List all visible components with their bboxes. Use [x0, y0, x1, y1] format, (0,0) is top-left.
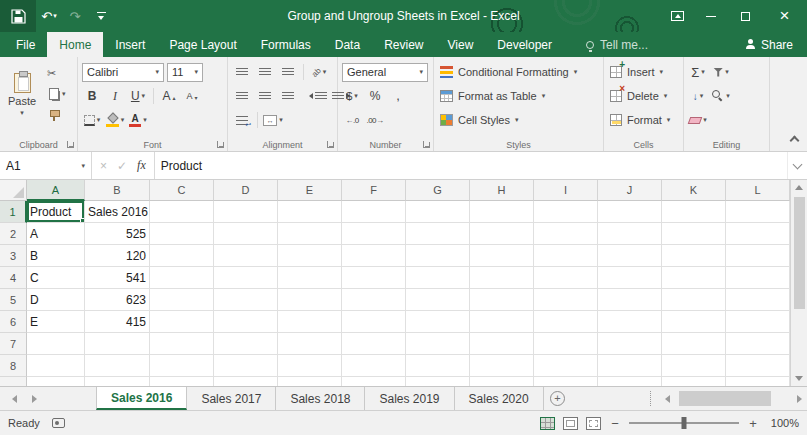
cell-E7[interactable]: [278, 333, 342, 355]
close-button[interactable]: ×: [762, 0, 807, 32]
cell-I5[interactable]: [534, 289, 598, 311]
cell-B1[interactable]: Sales 2016: [85, 201, 150, 223]
align-top-button[interactable]: [232, 62, 252, 82]
tell-me-box[interactable]: Tell me...: [586, 32, 648, 57]
collapse-ribbon-icon[interactable]: [790, 136, 800, 146]
cell-I8[interactable]: [534, 355, 598, 377]
column-header-e[interactable]: E: [278, 180, 342, 201]
format-painter-button[interactable]: [45, 106, 66, 124]
font-size-combo[interactable]: 11: [167, 63, 203, 82]
cell-A7[interactable]: [27, 333, 85, 355]
cell-C4[interactable]: [150, 267, 214, 289]
wrap-text-button[interactable]: [232, 110, 252, 130]
cell-L2[interactable]: [726, 223, 790, 245]
minimize-button[interactable]: [694, 0, 728, 32]
cell-J6[interactable]: [598, 311, 662, 333]
formula-bar-expand-icon[interactable]: [787, 152, 807, 179]
accounting-format-button[interactable]: $: [342, 86, 362, 106]
sheet-tab-sales-2017[interactable]: Sales 2017: [187, 387, 276, 410]
cell-G3[interactable]: [406, 245, 470, 267]
fill-color-button[interactable]: [105, 110, 125, 130]
cell-D8[interactable]: [214, 355, 278, 377]
formula-input[interactable]: Product: [155, 152, 787, 179]
increase-font-size-button[interactable]: A: [159, 86, 179, 106]
cell-F7[interactable]: [342, 333, 406, 355]
scroll-down-button[interactable]: [791, 371, 807, 386]
ribbon-tab-page-layout[interactable]: Page Layout: [157, 32, 248, 57]
conditional-formatting-button[interactable]: Conditional Formatting: [438, 60, 599, 84]
cell-J7[interactable]: [598, 333, 662, 355]
new-sheet-button[interactable]: +: [544, 387, 572, 410]
decrease-font-size-button[interactable]: A: [182, 86, 202, 106]
cell-B2[interactable]: 525: [85, 223, 150, 245]
cell-G8[interactable]: [406, 355, 470, 377]
zoom-out-button[interactable]: −: [609, 416, 621, 431]
borders-button[interactable]: [82, 110, 102, 130]
orientation-button[interactable]: ab: [309, 62, 329, 82]
select-all-button[interactable]: [0, 180, 27, 201]
cell-F2[interactable]: [342, 223, 406, 245]
cell-D3[interactable]: [214, 245, 278, 267]
percent-style-button[interactable]: %: [365, 86, 385, 106]
fill-button[interactable]: ↓: [688, 86, 708, 106]
number-dialog-launcher[interactable]: [423, 140, 431, 148]
sheet-tab-sales-2020[interactable]: Sales 2020: [455, 387, 544, 410]
paste-button[interactable]: Paste: [4, 60, 40, 130]
cell-K6[interactable]: [662, 311, 726, 333]
cell-H3[interactable]: [470, 245, 534, 267]
cell-A2[interactable]: A: [27, 223, 85, 245]
cell-G5[interactable]: [406, 289, 470, 311]
align-center-button[interactable]: [255, 86, 275, 106]
cell-J5[interactable]: [598, 289, 662, 311]
sheet-tab-sales-2019[interactable]: Sales 2019: [365, 387, 454, 410]
cell-K4[interactable]: [662, 267, 726, 289]
format-as-table-button[interactable]: Format as Table: [438, 84, 599, 108]
cell-A4[interactable]: C: [27, 267, 85, 289]
name-box[interactable]: A1: [0, 152, 92, 179]
cell-styles-button[interactable]: Cell Styles: [438, 108, 599, 132]
clear-button[interactable]: [688, 110, 708, 130]
redo-button[interactable]: ↷: [62, 0, 88, 32]
merge-center-button[interactable]: ↔: [263, 110, 283, 130]
row-header-6[interactable]: 6: [0, 311, 27, 333]
italic-button[interactable]: I: [105, 86, 125, 106]
cell-C1[interactable]: [150, 201, 214, 223]
font-color-button[interactable]: A: [128, 110, 148, 130]
tab-scroll-splitter[interactable]: [650, 391, 657, 406]
sort-filter-button[interactable]: [711, 62, 731, 82]
page-layout-view-button[interactable]: [563, 417, 578, 430]
vertical-scroll-thumb[interactable]: [794, 197, 805, 309]
cell-A8[interactable]: [27, 355, 85, 377]
cell-E6[interactable]: [278, 311, 342, 333]
row-header-3[interactable]: 3: [0, 245, 27, 267]
cell-K5[interactable]: [662, 289, 726, 311]
cell-D4[interactable]: [214, 267, 278, 289]
cell-B3[interactable]: 120: [85, 245, 150, 267]
cell-C5[interactable]: [150, 289, 214, 311]
cell-I6[interactable]: [534, 311, 598, 333]
cell-A3[interactable]: B: [27, 245, 85, 267]
cell-A6[interactable]: E: [27, 311, 85, 333]
cell-C3[interactable]: [150, 245, 214, 267]
row-header-5[interactable]: 5: [0, 289, 27, 311]
share-button[interactable]: Share: [732, 32, 807, 57]
cell-H7[interactable]: [470, 333, 534, 355]
insert-cells-button[interactable]: Insert: [608, 60, 679, 84]
row-header-7[interactable]: 7: [0, 333, 27, 355]
column-header-l[interactable]: L: [726, 180, 790, 201]
horizontal-scrollbar[interactable]: [659, 387, 807, 410]
row-header-4[interactable]: 4: [0, 267, 27, 289]
delete-cells-button[interactable]: Delete: [608, 84, 679, 108]
ribbon-tab-view[interactable]: View: [436, 32, 486, 57]
column-header-a[interactable]: A: [27, 180, 85, 201]
horizontal-scroll-track[interactable]: [675, 387, 791, 410]
cell-L4[interactable]: [726, 267, 790, 289]
ribbon-tab-formulas[interactable]: Formulas: [249, 32, 323, 57]
cell-D6[interactable]: [214, 311, 278, 333]
alignment-dialog-launcher[interactable]: [327, 140, 335, 148]
decrease-indent-button[interactable]: [308, 86, 328, 106]
font-dialog-launcher[interactable]: [217, 140, 225, 148]
cell-I4[interactable]: [534, 267, 598, 289]
cell-H1[interactable]: [470, 201, 534, 223]
cell-D5[interactable]: [214, 289, 278, 311]
